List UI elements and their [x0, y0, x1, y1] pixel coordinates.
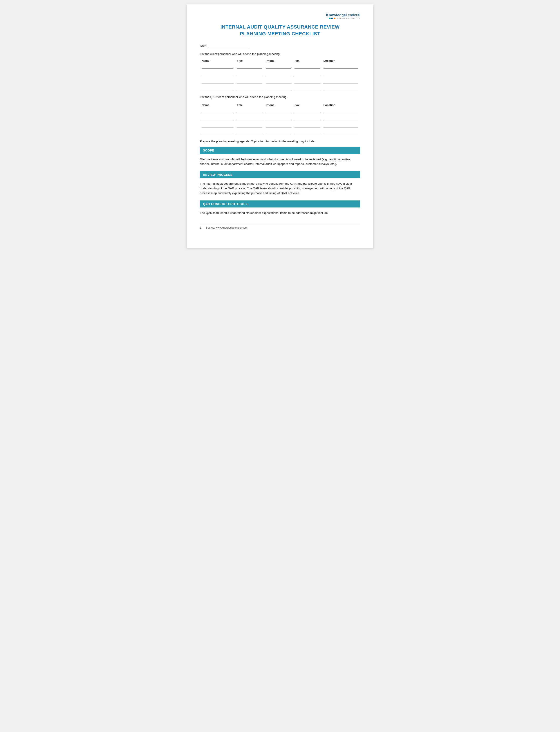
title-field[interactable] [237, 80, 262, 83]
review-process-body: The internal audit department is much mo… [200, 181, 360, 196]
table-header-row: Name Title Phone Fax Location [200, 103, 360, 108]
title-field[interactable] [237, 87, 262, 91]
table-spacer [200, 113, 360, 115]
table-row [200, 86, 360, 91]
fax-field[interactable] [294, 116, 320, 120]
fax-field[interactable] [294, 72, 320, 76]
fax-field[interactable] [294, 80, 320, 83]
agenda-intro: Prepare the planning meeting agenda. Top… [200, 140, 360, 143]
phone-field[interactable] [266, 65, 291, 69]
title-field[interactable] [237, 109, 262, 113]
title-field[interactable] [237, 72, 262, 76]
date-input-line[interactable] [209, 44, 248, 48]
name-field[interactable] [202, 87, 233, 91]
qar-personnel-table: Name Title Phone Fax Location [200, 103, 360, 135]
table-header-row: Name Title Phone Fax Location [200, 58, 360, 63]
fax-field[interactable] [294, 124, 320, 128]
dot-orange [334, 18, 335, 19]
location-field[interactable] [323, 80, 358, 83]
name-field[interactable] [202, 124, 233, 128]
table-row [200, 78, 360, 83]
phone-field[interactable] [266, 87, 291, 91]
page-title-area: INTERNAL AUDIT QUALITY ASSURANCE REVIEW … [200, 24, 360, 37]
table-row [200, 71, 360, 76]
fax-field[interactable] [294, 65, 320, 69]
dot-blue [331, 18, 333, 19]
name-field[interactable] [202, 65, 233, 69]
date-row: Date: [200, 44, 360, 48]
fax-field[interactable] [294, 109, 320, 113]
phone-field[interactable] [266, 131, 291, 135]
name-field[interactable] [202, 131, 233, 135]
footer-source: Source: www.knowledgeleader.com [206, 226, 247, 229]
logo-row: POWERED BY PROTIVITI [329, 17, 360, 19]
phone-field[interactable] [266, 80, 291, 83]
location-field[interactable] [323, 116, 358, 120]
page-title: INTERNAL AUDIT QUALITY ASSURANCE REVIEW … [200, 24, 360, 37]
location-field[interactable] [323, 109, 358, 113]
col-header-title: Title [235, 103, 264, 108]
title-field[interactable] [237, 124, 262, 128]
fax-field[interactable] [294, 131, 320, 135]
qar-instruction: List the QAR team personnel who will att… [200, 95, 360, 99]
title-field[interactable] [237, 65, 262, 69]
table-row [200, 108, 360, 113]
document-page: KnowledgeLeader® POWERED BY PROTIVITI IN… [187, 4, 373, 248]
table-spacer [200, 120, 360, 123]
table-spacer [200, 128, 360, 130]
table-spacer [200, 83, 360, 86]
logo-brand: KnowledgeLeader® [326, 13, 360, 17]
powered-by-text: POWERED BY PROTIVITI [338, 18, 360, 19]
name-field[interactable] [202, 116, 233, 120]
table-spacer [200, 69, 360, 71]
col-header-name: Name [200, 103, 235, 108]
col-header-title: Title [235, 58, 264, 63]
review-process-header: REVIEW PROCESS [200, 171, 360, 178]
footer-page-number: 1 [200, 226, 201, 229]
name-field[interactable] [202, 109, 233, 113]
logo-area: KnowledgeLeader® POWERED BY PROTIVITI [200, 13, 360, 19]
table-row [200, 115, 360, 120]
location-field[interactable] [323, 87, 358, 91]
name-field[interactable] [202, 72, 233, 76]
col-header-name: Name [200, 58, 235, 63]
phone-field[interactable] [266, 124, 291, 128]
client-instruction: List the client personnel who will atten… [200, 52, 360, 56]
col-header-fax: Fax [293, 103, 322, 108]
location-field[interactable] [323, 72, 358, 76]
qar-conduct-header: QAR CONDUCT PROTOCOLS [200, 201, 360, 208]
logo-text: KnowledgeLeader® [326, 13, 360, 17]
table-row [200, 123, 360, 128]
scope-body: Discuss items such as who will be interv… [200, 157, 360, 166]
phone-field[interactable] [266, 72, 291, 76]
col-header-phone: Phone [264, 58, 293, 63]
date-label: Date: [200, 44, 207, 48]
table-row [200, 130, 360, 135]
location-field[interactable] [323, 131, 358, 135]
scope-header: SCOPE [200, 147, 360, 154]
phone-field[interactable] [266, 116, 291, 120]
qar-conduct-body: The QAR team should understand stakehold… [200, 211, 360, 215]
footer: 1 Source: www.knowledgeleader.com [200, 224, 360, 229]
location-field[interactable] [323, 65, 358, 69]
col-header-phone: Phone [264, 103, 293, 108]
col-header-location: Location [322, 58, 360, 63]
location-field[interactable] [323, 124, 358, 128]
date-section: Date: [200, 44, 360, 48]
title-field[interactable] [237, 116, 262, 120]
phone-field[interactable] [266, 109, 291, 113]
title-field[interactable] [237, 131, 262, 135]
logo-dots [329, 18, 335, 19]
col-header-location: Location [322, 103, 360, 108]
client-personnel-table: Name Title Phone Fax Location [200, 58, 360, 91]
col-header-fax: Fax [293, 58, 322, 63]
fax-field[interactable] [294, 87, 320, 91]
table-spacer [200, 76, 360, 78]
table-row [200, 63, 360, 69]
dot-teal [329, 18, 331, 19]
name-field[interactable] [202, 80, 233, 83]
